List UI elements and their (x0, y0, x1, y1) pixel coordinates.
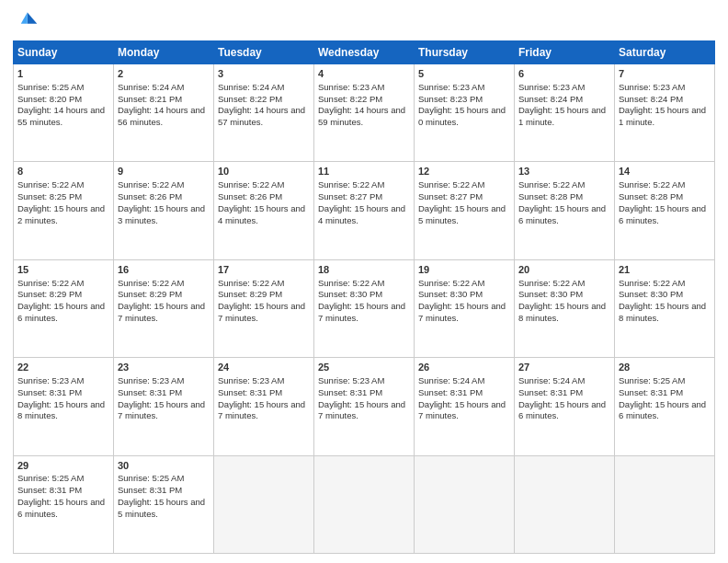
svg-marker-0 (28, 13, 38, 24)
daylight-label: Daylight: 15 hours and 0 minutes. (418, 105, 510, 129)
calendar-cell: 23Sunrise: 5:23 AMSunset: 8:31 PMDayligh… (114, 358, 214, 455)
sunset-info: Sunset: 8:27 PM (318, 191, 410, 203)
daylight-label: Daylight: 15 hours and 4 minutes. (318, 203, 410, 227)
sunrise-info: Sunrise: 5:22 AM (518, 179, 610, 191)
sunset-info: Sunset: 8:29 PM (17, 289, 109, 301)
sunrise-info: Sunrise: 5:23 AM (518, 82, 610, 94)
daylight-label: Daylight: 15 hours and 7 minutes. (218, 301, 310, 325)
calendar-cell: 13Sunrise: 5:22 AMSunset: 8:28 PMDayligh… (515, 162, 615, 259)
sunset-info: Sunset: 8:23 PM (418, 94, 510, 106)
calendar-cell: 18Sunrise: 5:22 AMSunset: 8:30 PMDayligh… (314, 259, 415, 357)
sunset-info: Sunset: 8:31 PM (17, 485, 109, 497)
sunrise-info: Sunrise: 5:25 AM (619, 375, 711, 387)
sunrise-info: Sunrise: 5:24 AM (218, 82, 310, 94)
sunset-info: Sunset: 8:31 PM (418, 387, 510, 399)
sunset-info: Sunset: 8:31 PM (318, 387, 410, 399)
calendar-cell: 7Sunrise: 5:23 AMSunset: 8:24 PMDaylight… (615, 64, 715, 162)
calendar-cell: 29Sunrise: 5:25 AMSunset: 8:31 PMDayligh… (14, 455, 114, 553)
calendar-header-monday: Monday (114, 41, 214, 64)
sunrise-info: Sunrise: 5:22 AM (118, 179, 210, 191)
sunset-info: Sunset: 8:22 PM (318, 94, 410, 106)
header (13, 9, 715, 35)
daylight-label: Daylight: 15 hours and 7 minutes. (318, 301, 410, 325)
daylight-label: Daylight: 15 hours and 6 minutes. (518, 203, 610, 227)
sunset-info: Sunset: 8:30 PM (318, 289, 410, 301)
daylight-label: Daylight: 15 hours and 4 minutes. (218, 203, 310, 227)
day-number: 7 (619, 67, 711, 81)
calendar-table: SundayMondayTuesdayWednesdayThursdayFrid… (13, 40, 715, 554)
day-number: 18 (318, 263, 410, 277)
daylight-label: Daylight: 15 hours and 6 minutes. (17, 301, 109, 325)
calendar-header-sunday: Sunday (14, 41, 114, 64)
sunrise-info: Sunrise: 5:22 AM (518, 278, 610, 290)
calendar-cell: 8Sunrise: 5:22 AMSunset: 8:25 PMDaylight… (14, 162, 114, 259)
day-number: 9 (118, 165, 210, 178)
calendar-week-2: 8Sunrise: 5:22 AMSunset: 8:25 PMDaylight… (14, 162, 715, 259)
daylight-label: Daylight: 15 hours and 6 minutes. (619, 203, 711, 227)
day-number: 28 (619, 361, 711, 374)
day-number: 3 (218, 67, 310, 81)
calendar-week-4: 22Sunrise: 5:23 AMSunset: 8:31 PMDayligh… (14, 358, 715, 455)
sunset-info: Sunset: 8:29 PM (218, 289, 310, 301)
calendar-cell: 28Sunrise: 5:25 AMSunset: 8:31 PMDayligh… (615, 358, 715, 455)
day-number: 6 (518, 67, 610, 81)
daylight-label: Daylight: 14 hours and 57 minutes. (218, 105, 310, 129)
calendar-cell: 30Sunrise: 5:25 AMSunset: 8:31 PMDayligh… (114, 455, 214, 553)
calendar-cell: 21Sunrise: 5:22 AMSunset: 8:30 PMDayligh… (615, 259, 715, 357)
calendar-cell: 26Sunrise: 5:24 AMSunset: 8:31 PMDayligh… (415, 358, 515, 455)
calendar-cell: 17Sunrise: 5:22 AMSunset: 8:29 PMDayligh… (214, 259, 314, 357)
day-number: 10 (218, 165, 310, 178)
day-number: 8 (17, 165, 109, 178)
calendar-cell: 11Sunrise: 5:22 AMSunset: 8:27 PMDayligh… (314, 162, 415, 259)
sunset-info: Sunset: 8:31 PM (118, 485, 210, 497)
calendar-header-thursday: Thursday (415, 41, 515, 64)
day-number: 29 (17, 459, 109, 473)
calendar-header-row: SundayMondayTuesdayWednesdayThursdayFrid… (14, 41, 715, 64)
day-number: 2 (118, 67, 210, 81)
daylight-label: Daylight: 15 hours and 8 minutes. (518, 301, 610, 325)
logo (13, 9, 42, 35)
sunset-info: Sunset: 8:30 PM (619, 289, 711, 301)
calendar-cell (314, 455, 415, 553)
sunset-info: Sunset: 8:31 PM (518, 387, 610, 399)
page: SundayMondayTuesdayWednesdayThursdayFrid… (0, 0, 728, 563)
calendar-cell: 25Sunrise: 5:23 AMSunset: 8:31 PMDayligh… (314, 358, 415, 455)
calendar-header-friday: Friday (515, 41, 615, 64)
daylight-label: Daylight: 15 hours and 1 minute. (518, 105, 610, 129)
day-number: 11 (318, 165, 410, 178)
sunset-info: Sunset: 8:26 PM (118, 191, 210, 203)
sunrise-info: Sunrise: 5:24 AM (518, 375, 610, 387)
sunrise-info: Sunrise: 5:22 AM (17, 278, 109, 290)
sunrise-info: Sunrise: 5:22 AM (318, 179, 410, 191)
daylight-label: Daylight: 15 hours and 6 minutes. (17, 497, 109, 521)
calendar-cell (615, 455, 715, 553)
sunset-info: Sunset: 8:26 PM (218, 191, 310, 203)
calendar-cell: 5Sunrise: 5:23 AMSunset: 8:23 PMDaylight… (415, 64, 515, 162)
sunrise-info: Sunrise: 5:23 AM (218, 375, 310, 387)
sunset-info: Sunset: 8:24 PM (518, 94, 610, 106)
sunset-info: Sunset: 8:28 PM (518, 191, 610, 203)
sunset-info: Sunset: 8:25 PM (17, 191, 109, 203)
sunrise-info: Sunrise: 5:22 AM (418, 278, 510, 290)
calendar-cell: 6Sunrise: 5:23 AMSunset: 8:24 PMDaylight… (515, 64, 615, 162)
calendar-cell: 3Sunrise: 5:24 AMSunset: 8:22 PMDaylight… (214, 64, 314, 162)
calendar-cell: 22Sunrise: 5:23 AMSunset: 8:31 PMDayligh… (14, 358, 114, 455)
day-number: 12 (418, 165, 510, 178)
sunset-info: Sunset: 8:29 PM (118, 289, 210, 301)
daylight-label: Daylight: 15 hours and 1 minute. (619, 105, 711, 129)
day-number: 4 (318, 67, 410, 81)
calendar-cell: 10Sunrise: 5:22 AMSunset: 8:26 PMDayligh… (214, 162, 314, 259)
calendar-week-5: 29Sunrise: 5:25 AMSunset: 8:31 PMDayligh… (14, 455, 715, 553)
daylight-label: Daylight: 14 hours and 55 minutes. (17, 105, 109, 129)
calendar-cell: 12Sunrise: 5:22 AMSunset: 8:27 PMDayligh… (415, 162, 515, 259)
daylight-label: Daylight: 15 hours and 6 minutes. (619, 399, 711, 423)
daylight-label: Daylight: 15 hours and 5 minutes. (418, 203, 510, 227)
day-number: 20 (518, 263, 610, 277)
calendar-cell (214, 455, 314, 553)
day-number: 26 (418, 361, 510, 374)
day-number: 16 (118, 263, 210, 277)
calendar-cell: 27Sunrise: 5:24 AMSunset: 8:31 PMDayligh… (515, 358, 615, 455)
sunrise-info: Sunrise: 5:22 AM (619, 179, 711, 191)
day-number: 5 (418, 67, 510, 81)
calendar-cell: 4Sunrise: 5:23 AMSunset: 8:22 PMDaylight… (314, 64, 415, 162)
